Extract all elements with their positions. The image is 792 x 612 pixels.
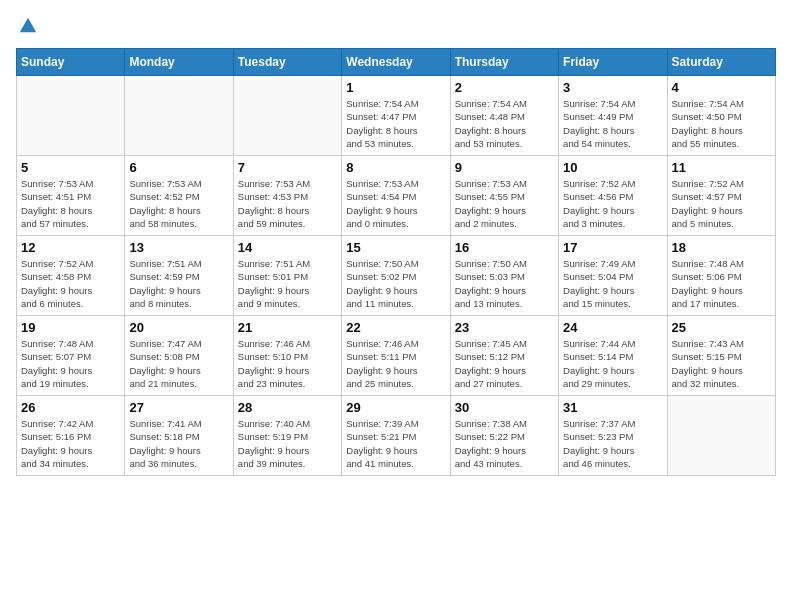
calendar-cell: 27Sunrise: 7:41 AM Sunset: 5:18 PM Dayli…: [125, 396, 233, 476]
calendar-cell: 28Sunrise: 7:40 AM Sunset: 5:19 PM Dayli…: [233, 396, 341, 476]
day-number: 17: [563, 240, 662, 255]
day-number: 14: [238, 240, 337, 255]
weekday-header: Monday: [125, 49, 233, 76]
calendar-week-row: 1Sunrise: 7:54 AM Sunset: 4:47 PM Daylig…: [17, 76, 776, 156]
day-info: Sunrise: 7:53 AM Sunset: 4:55 PM Dayligh…: [455, 177, 554, 230]
calendar-cell: 5Sunrise: 7:53 AM Sunset: 4:51 PM Daylig…: [17, 156, 125, 236]
svg-marker-0: [20, 18, 36, 33]
day-info: Sunrise: 7:40 AM Sunset: 5:19 PM Dayligh…: [238, 417, 337, 470]
day-info: Sunrise: 7:41 AM Sunset: 5:18 PM Dayligh…: [129, 417, 228, 470]
day-number: 15: [346, 240, 445, 255]
day-info: Sunrise: 7:53 AM Sunset: 4:52 PM Dayligh…: [129, 177, 228, 230]
calendar-table: SundayMondayTuesdayWednesdayThursdayFrid…: [16, 48, 776, 476]
calendar-cell: 20Sunrise: 7:47 AM Sunset: 5:08 PM Dayli…: [125, 316, 233, 396]
day-info: Sunrise: 7:53 AM Sunset: 4:54 PM Dayligh…: [346, 177, 445, 230]
day-info: Sunrise: 7:48 AM Sunset: 5:06 PM Dayligh…: [672, 257, 771, 310]
day-number: 7: [238, 160, 337, 175]
day-info: Sunrise: 7:44 AM Sunset: 5:14 PM Dayligh…: [563, 337, 662, 390]
calendar-cell: 9Sunrise: 7:53 AM Sunset: 4:55 PM Daylig…: [450, 156, 558, 236]
logo-icon: [18, 16, 38, 36]
day-number: 30: [455, 400, 554, 415]
calendar-cell: [233, 76, 341, 156]
calendar-cell: 22Sunrise: 7:46 AM Sunset: 5:11 PM Dayli…: [342, 316, 450, 396]
day-number: 8: [346, 160, 445, 175]
day-number: 29: [346, 400, 445, 415]
day-info: Sunrise: 7:39 AM Sunset: 5:21 PM Dayligh…: [346, 417, 445, 470]
day-info: Sunrise: 7:51 AM Sunset: 4:59 PM Dayligh…: [129, 257, 228, 310]
day-number: 18: [672, 240, 771, 255]
day-number: 1: [346, 80, 445, 95]
calendar-cell: 31Sunrise: 7:37 AM Sunset: 5:23 PM Dayli…: [559, 396, 667, 476]
calendar-cell: 4Sunrise: 7:54 AM Sunset: 4:50 PM Daylig…: [667, 76, 775, 156]
day-info: Sunrise: 7:43 AM Sunset: 5:15 PM Dayligh…: [672, 337, 771, 390]
calendar-cell: 18Sunrise: 7:48 AM Sunset: 5:06 PM Dayli…: [667, 236, 775, 316]
calendar-cell: 29Sunrise: 7:39 AM Sunset: 5:21 PM Dayli…: [342, 396, 450, 476]
calendar-week-row: 5Sunrise: 7:53 AM Sunset: 4:51 PM Daylig…: [17, 156, 776, 236]
day-number: 19: [21, 320, 120, 335]
day-info: Sunrise: 7:52 AM Sunset: 4:56 PM Dayligh…: [563, 177, 662, 230]
calendar-cell: 17Sunrise: 7:49 AM Sunset: 5:04 PM Dayli…: [559, 236, 667, 316]
calendar-week-row: 19Sunrise: 7:48 AM Sunset: 5:07 PM Dayli…: [17, 316, 776, 396]
calendar-cell: 13Sunrise: 7:51 AM Sunset: 4:59 PM Dayli…: [125, 236, 233, 316]
calendar-cell: [17, 76, 125, 156]
day-info: Sunrise: 7:46 AM Sunset: 5:10 PM Dayligh…: [238, 337, 337, 390]
day-number: 20: [129, 320, 228, 335]
day-info: Sunrise: 7:37 AM Sunset: 5:23 PM Dayligh…: [563, 417, 662, 470]
day-number: 27: [129, 400, 228, 415]
day-number: 11: [672, 160, 771, 175]
page-header: [16, 16, 776, 36]
day-info: Sunrise: 7:53 AM Sunset: 4:53 PM Dayligh…: [238, 177, 337, 230]
calendar-header-row: SundayMondayTuesdayWednesdayThursdayFrid…: [17, 49, 776, 76]
day-info: Sunrise: 7:47 AM Sunset: 5:08 PM Dayligh…: [129, 337, 228, 390]
day-number: 10: [563, 160, 662, 175]
weekday-header: Thursday: [450, 49, 558, 76]
calendar-cell: 1Sunrise: 7:54 AM Sunset: 4:47 PM Daylig…: [342, 76, 450, 156]
day-info: Sunrise: 7:51 AM Sunset: 5:01 PM Dayligh…: [238, 257, 337, 310]
logo: [16, 16, 38, 36]
day-info: Sunrise: 7:38 AM Sunset: 5:22 PM Dayligh…: [455, 417, 554, 470]
day-info: Sunrise: 7:45 AM Sunset: 5:12 PM Dayligh…: [455, 337, 554, 390]
day-info: Sunrise: 7:50 AM Sunset: 5:03 PM Dayligh…: [455, 257, 554, 310]
calendar-cell: 21Sunrise: 7:46 AM Sunset: 5:10 PM Dayli…: [233, 316, 341, 396]
day-number: 3: [563, 80, 662, 95]
calendar-cell: 25Sunrise: 7:43 AM Sunset: 5:15 PM Dayli…: [667, 316, 775, 396]
day-number: 24: [563, 320, 662, 335]
day-info: Sunrise: 7:49 AM Sunset: 5:04 PM Dayligh…: [563, 257, 662, 310]
day-number: 23: [455, 320, 554, 335]
weekday-header: Sunday: [17, 49, 125, 76]
calendar-cell: 8Sunrise: 7:53 AM Sunset: 4:54 PM Daylig…: [342, 156, 450, 236]
calendar-cell: 15Sunrise: 7:50 AM Sunset: 5:02 PM Dayli…: [342, 236, 450, 316]
calendar-week-row: 26Sunrise: 7:42 AM Sunset: 5:16 PM Dayli…: [17, 396, 776, 476]
calendar-week-row: 12Sunrise: 7:52 AM Sunset: 4:58 PM Dayli…: [17, 236, 776, 316]
calendar-cell: 7Sunrise: 7:53 AM Sunset: 4:53 PM Daylig…: [233, 156, 341, 236]
calendar-cell: 19Sunrise: 7:48 AM Sunset: 5:07 PM Dayli…: [17, 316, 125, 396]
calendar-cell: 6Sunrise: 7:53 AM Sunset: 4:52 PM Daylig…: [125, 156, 233, 236]
day-info: Sunrise: 7:50 AM Sunset: 5:02 PM Dayligh…: [346, 257, 445, 310]
calendar-cell: [667, 396, 775, 476]
day-number: 21: [238, 320, 337, 335]
weekday-header: Tuesday: [233, 49, 341, 76]
day-number: 2: [455, 80, 554, 95]
day-number: 9: [455, 160, 554, 175]
day-number: 31: [563, 400, 662, 415]
day-info: Sunrise: 7:52 AM Sunset: 4:57 PM Dayligh…: [672, 177, 771, 230]
calendar-cell: 2Sunrise: 7:54 AM Sunset: 4:48 PM Daylig…: [450, 76, 558, 156]
weekday-header: Friday: [559, 49, 667, 76]
calendar-cell: 23Sunrise: 7:45 AM Sunset: 5:12 PM Dayli…: [450, 316, 558, 396]
weekday-header: Wednesday: [342, 49, 450, 76]
calendar-cell: 16Sunrise: 7:50 AM Sunset: 5:03 PM Dayli…: [450, 236, 558, 316]
day-number: 28: [238, 400, 337, 415]
calendar-cell: 11Sunrise: 7:52 AM Sunset: 4:57 PM Dayli…: [667, 156, 775, 236]
day-number: 4: [672, 80, 771, 95]
day-info: Sunrise: 7:53 AM Sunset: 4:51 PM Dayligh…: [21, 177, 120, 230]
day-number: 16: [455, 240, 554, 255]
day-info: Sunrise: 7:54 AM Sunset: 4:48 PM Dayligh…: [455, 97, 554, 150]
day-number: 6: [129, 160, 228, 175]
calendar-cell: [125, 76, 233, 156]
day-info: Sunrise: 7:52 AM Sunset: 4:58 PM Dayligh…: [21, 257, 120, 310]
day-number: 13: [129, 240, 228, 255]
day-number: 22: [346, 320, 445, 335]
day-info: Sunrise: 7:42 AM Sunset: 5:16 PM Dayligh…: [21, 417, 120, 470]
day-number: 5: [21, 160, 120, 175]
day-number: 26: [21, 400, 120, 415]
